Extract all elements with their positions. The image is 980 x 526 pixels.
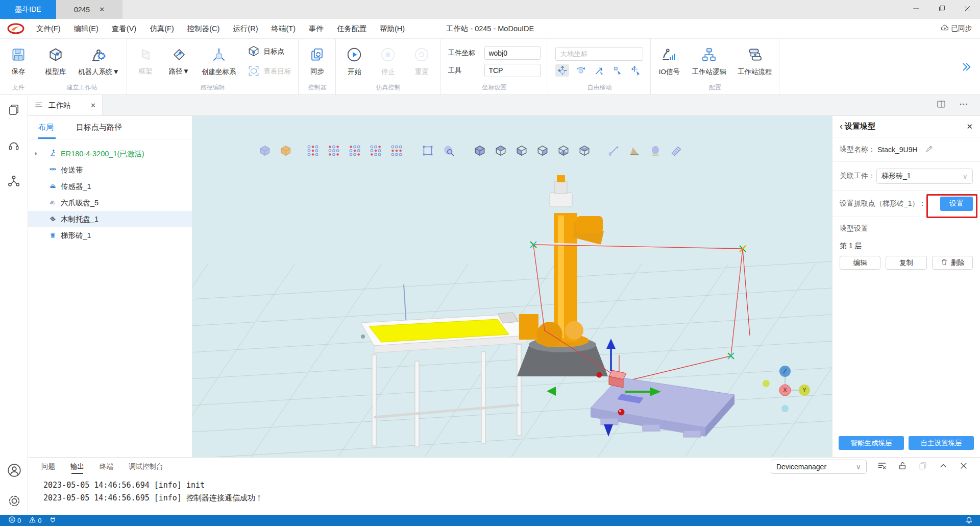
output-channel-select[interactable]: Devicemanager ∨ xyxy=(771,460,867,474)
toolbar-group-label: 文件 xyxy=(7,81,30,93)
window-minimize-button[interactable] xyxy=(903,0,929,19)
menu-item-0[interactable]: 文件(F) xyxy=(30,19,67,38)
toolbar-button-play[interactable]: 开始 xyxy=(343,46,365,77)
cloud-sync-icon xyxy=(940,23,949,34)
lock-scroll-icon[interactable] xyxy=(897,461,908,473)
connection-indicator[interactable] xyxy=(49,516,57,525)
support-icon[interactable] xyxy=(7,139,20,154)
flow-icon xyxy=(747,46,763,65)
toolbar-button-label: 模型库 xyxy=(45,67,66,77)
workpiece-select[interactable]: 梯形砖_1 ∨ xyxy=(876,169,973,184)
toolbar-button-label: 路径▼ xyxy=(169,67,189,76)
toolbar-button-logic[interactable]: 工作站逻辑 xyxy=(692,46,726,77)
panel-close-icon[interactable]: ✕ xyxy=(966,122,973,131)
copy-layer-button[interactable]: 复制 xyxy=(886,256,926,270)
projects-icon[interactable] xyxy=(7,103,20,118)
set-grab-point-button[interactable]: 设置 xyxy=(940,197,973,211)
toolbar-button-view-target[interactable]: 查看目标 xyxy=(247,64,291,79)
toolbar-button-model-lib[interactable]: 模型库 xyxy=(44,46,67,77)
toolbar-button-sync[interactable]: 同步 xyxy=(306,47,328,76)
delete-layer-button[interactable]: 删除 xyxy=(932,256,973,270)
workstation-tab[interactable]: 工作站 ✕ xyxy=(28,95,103,115)
tree-item-3[interactable]: 六爪吸盘_5 xyxy=(28,195,192,211)
settings-icon[interactable] xyxy=(7,493,22,511)
toolbar-group-label: 坐标设置 xyxy=(448,81,541,93)
tree-item-5[interactable]: 梯形砖_1 xyxy=(28,227,192,244)
window-close-button[interactable] xyxy=(954,0,980,19)
notifications-indicator[interactable] xyxy=(965,516,973,525)
edit-name-icon[interactable] xyxy=(925,144,934,155)
tree-item-4[interactable]: 木制托盘_1 xyxy=(28,211,192,227)
tool-input[interactable] xyxy=(484,64,541,77)
toolbar-button-path[interactable]: 路径▼ xyxy=(168,47,190,76)
toolbar-button-target[interactable]: 目标点 xyxy=(247,44,291,59)
menu-item-8[interactable]: 任务配置 xyxy=(330,19,373,38)
move-snap-button[interactable] xyxy=(610,64,624,77)
toolbar-group-label: 路径编辑 xyxy=(134,81,291,93)
user-account-icon[interactable] xyxy=(7,463,22,480)
console-tab-3[interactable]: 调试控制台 xyxy=(129,458,163,476)
clear-output-icon[interactable] xyxy=(877,461,887,473)
tree-item-2[interactable]: 传感器_1 xyxy=(28,178,192,195)
sync-status[interactable]: 已同步 xyxy=(940,23,972,34)
workstation-tab-close-icon[interactable]: ✕ xyxy=(90,102,96,109)
toolbar-expand-button[interactable] xyxy=(961,39,980,94)
toolbar-button-flow[interactable]: 工作站流程 xyxy=(738,46,772,77)
document-tab[interactable]: 0245 ✕ xyxy=(56,0,122,19)
edit-layer-button[interactable]: 编辑 xyxy=(840,256,880,270)
copy-output-icon[interactable] xyxy=(918,461,928,473)
document-tab-close-icon[interactable]: ✕ xyxy=(99,6,105,13)
warnings-indicator[interactable]: 0 xyxy=(29,516,41,525)
app-tab-label: 墨斗IDE xyxy=(15,5,41,14)
tree-item-0[interactable]: ER180-4-3200_1(已激活) xyxy=(28,146,192,162)
menu-item-1[interactable]: 编辑(E) xyxy=(67,19,105,38)
menu-item-2[interactable]: 查看(V) xyxy=(105,19,143,38)
output-channel-value: Devicemanager xyxy=(776,463,826,471)
toolbar-button-stop[interactable]: 停止 xyxy=(377,46,399,77)
app-tab[interactable]: 墨斗IDE xyxy=(0,0,56,19)
toolbar-button-save[interactable]: 保存 xyxy=(7,47,30,76)
close-panel-icon[interactable] xyxy=(959,461,969,473)
split-view-icon[interactable] xyxy=(936,99,946,111)
move-rotate-button[interactable] xyxy=(574,64,587,77)
explorer-tab-1[interactable]: 目标点与路径 xyxy=(76,116,122,139)
move-free-button[interactable] xyxy=(629,64,643,77)
console-tab-0[interactable]: 问题 xyxy=(41,458,55,476)
explorer-tab-0[interactable]: 布局 xyxy=(38,116,54,139)
menu-item-3[interactable]: 仿真(F) xyxy=(143,19,181,38)
expand-caret-icon[interactable] xyxy=(33,150,39,158)
workstation-tab-label: 工作站 xyxy=(48,101,71,110)
toolbar-button-frame[interactable]: 框架 xyxy=(134,47,157,76)
maximize-panel-icon[interactable] xyxy=(938,461,948,473)
move-translate-button[interactable] xyxy=(555,64,569,77)
manual-set-layers-button[interactable]: 自主设置垛层 xyxy=(909,436,974,450)
smart-generate-layers-button[interactable]: 智能生成垛层 xyxy=(839,436,904,450)
back-chevron-icon[interactable]: ‹ xyxy=(840,121,843,132)
errors-indicator[interactable]: 0 xyxy=(8,516,21,525)
plug-icon xyxy=(49,516,57,525)
move-scale-button[interactable] xyxy=(592,64,606,77)
toolbar-button-io[interactable]: IO信号 xyxy=(658,46,680,77)
document-tabstrip: 工作站 ✕ xyxy=(28,95,980,116)
menu-item-7[interactable]: 事件 xyxy=(302,19,330,38)
3d-viewport[interactable]: Z Y X xyxy=(192,116,832,457)
menu-item-5[interactable]: 运行(R) xyxy=(226,19,264,38)
console-tab-2[interactable]: 终端 xyxy=(100,458,113,476)
toolbar-button-robot-sys[interactable]: 机器人系统▼ xyxy=(78,46,119,77)
world-coord-input[interactable] xyxy=(555,47,643,61)
menu-item-6[interactable]: 终端(T) xyxy=(265,19,303,38)
toolbar-button-label: 目标点 xyxy=(263,47,284,56)
console-tab-1[interactable]: 输出 xyxy=(70,458,84,476)
workpiece-coord-input[interactable] xyxy=(484,46,541,60)
console-log-output: 2023-05-05 14:46:56.694 [info] init2023-… xyxy=(28,476,980,505)
toolbar-button-coord[interactable]: 创建坐标系 xyxy=(202,46,236,77)
network-nodes-icon[interactable] xyxy=(7,175,20,190)
menu-item-4[interactable]: 控制器(C) xyxy=(181,19,227,38)
t-pallet-icon xyxy=(48,214,57,224)
more-options-icon[interactable] xyxy=(959,99,969,111)
stack-name-label: 垛型名称： xyxy=(840,145,875,154)
window-maximize-button[interactable] xyxy=(929,0,954,19)
toolbar-button-reset[interactable]: 重置 xyxy=(410,46,433,77)
tree-item-1[interactable]: 传送带 xyxy=(28,162,192,178)
menu-item-9[interactable]: 帮助(H) xyxy=(373,19,411,38)
